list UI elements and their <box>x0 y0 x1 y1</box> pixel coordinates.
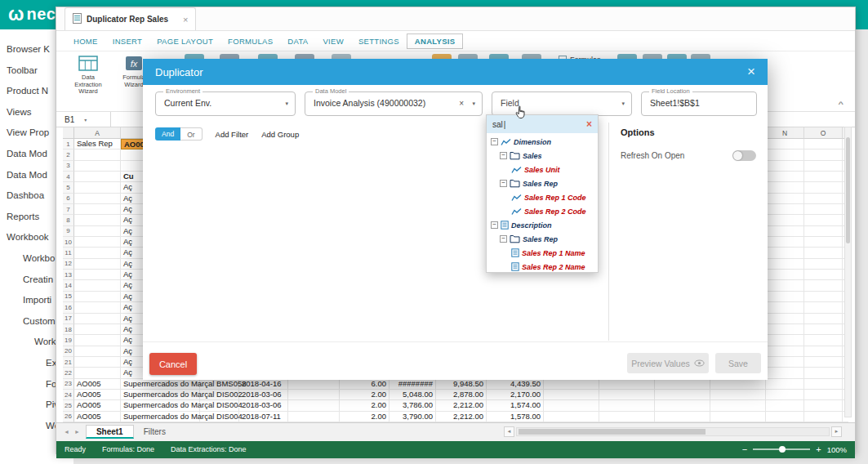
cell-B26[interactable]: Supermercados do Marçal DIS004 <box>121 412 200 422</box>
cell-M23[interactable] <box>710 379 766 390</box>
cell-M24[interactable] <box>710 390 766 400</box>
row-number[interactable]: 6 <box>63 194 74 204</box>
cell-A14[interactable] <box>74 280 121 291</box>
cell-N19[interactable] <box>766 335 804 346</box>
sheet-tab-sheet1[interactable]: Sheet1 <box>86 425 134 439</box>
select-all-corner[interactable] <box>63 127 74 139</box>
cell-N25[interactable] <box>766 400 804 411</box>
cell-O15[interactable] <box>804 292 843 302</box>
scrollbar-thumb[interactable] <box>519 429 706 435</box>
field-select[interactable]: Field ▾ <box>492 91 632 116</box>
cell-N17[interactable] <box>766 314 804 324</box>
data-model-select[interactable]: Data Model Invoice Analysis (490000032) … <box>305 91 483 116</box>
cell-A11[interactable] <box>74 248 121 258</box>
cell-H25[interactable]: 2,212.00 <box>436 400 487 411</box>
collapse-node-icon[interactable]: − <box>500 235 507 243</box>
cell-K24[interactable] <box>599 390 655 400</box>
cell-O21[interactable] <box>804 357 843 368</box>
cell-B25[interactable]: Supermercados do Marçal DIS004 <box>121 400 200 411</box>
cell-O10[interactable] <box>804 237 843 248</box>
cell-D26[interactable]: 2018-07-11 <box>239 412 288 422</box>
cell-O6[interactable] <box>804 194 843 204</box>
collapse-node-icon[interactable]: − <box>491 138 498 145</box>
cell-A8[interactable] <box>74 215 121 225</box>
ribbon-tab-settings[interactable]: SETTINGS <box>351 34 407 48</box>
cell-O11[interactable] <box>804 248 843 258</box>
sheet-nav-right-icon[interactable]: ► <box>72 429 82 435</box>
ribbon-tab-data[interactable]: DATA <box>280 34 315 48</box>
tree-item[interactable]: Sales Rep 1 Name <box>487 246 598 260</box>
scrollbar-thumb[interactable] <box>846 137 850 243</box>
cell-A13[interactable] <box>74 270 121 280</box>
cell-H26[interactable]: 2,212.00 <box>436 412 487 422</box>
collapse-node-icon[interactable]: − <box>500 180 507 187</box>
cell-A21[interactable] <box>74 357 121 368</box>
cell-F25[interactable]: 2.00 <box>340 400 389 411</box>
column-header-A[interactable]: A <box>74 127 121 139</box>
cell-O24[interactable] <box>804 390 843 400</box>
cell-A23[interactable]: AO005 <box>74 379 121 390</box>
chevron-down-icon[interactable]: ▾ <box>621 92 625 114</box>
cell-O23[interactable] <box>804 379 843 390</box>
cell-O19[interactable] <box>804 335 843 346</box>
cell-A20[interactable] <box>74 346 121 357</box>
cell-N24[interactable] <box>766 390 804 400</box>
row-number[interactable]: 18 <box>63 324 74 335</box>
ribbon-tab-analysis[interactable]: ANALYSIS <box>407 33 464 49</box>
cell-A10[interactable] <box>74 237 121 248</box>
cell-J26[interactable] <box>544 412 599 422</box>
document-tab[interactable]: Duplicator Rep Sales × <box>65 7 196 30</box>
row-number[interactable]: 12 <box>63 259 74 270</box>
cell-O2[interactable] <box>804 149 843 160</box>
preview-values-button[interactable]: Preview Values <box>627 353 709 373</box>
column-header-N[interactable]: N <box>766 127 804 139</box>
scroll-right-icon[interactable]: ► <box>831 426 842 437</box>
add-filter-button[interactable]: Add Filter <box>216 130 249 139</box>
cell-O18[interactable] <box>804 324 843 335</box>
row-number[interactable]: 15 <box>63 292 74 302</box>
row-number[interactable]: 10 <box>63 237 74 248</box>
cell-N21[interactable] <box>766 357 804 368</box>
tree-item[interactable]: Sales Rep 2 Name <box>487 260 598 274</box>
cell-O25[interactable] <box>804 400 843 411</box>
cell-N15[interactable] <box>766 292 804 302</box>
cell-A22[interactable] <box>74 368 121 378</box>
refresh-on-open-toggle[interactable] <box>732 150 756 161</box>
cell-I25[interactable]: 1,574.00 <box>487 400 544 411</box>
and-toggle[interactable]: And <box>155 127 180 141</box>
row-number[interactable]: 2 <box>63 149 74 160</box>
zoom-out-icon[interactable]: − <box>742 444 747 454</box>
cell-N11[interactable] <box>766 248 804 258</box>
row-number[interactable]: 21 <box>63 357 74 368</box>
data-extraction-wizard-button[interactable]: DataExtractionWizard <box>68 56 109 96</box>
row-number[interactable]: 22 <box>63 368 74 378</box>
row-number[interactable]: 25 <box>63 400 74 411</box>
cell-K23[interactable] <box>599 379 655 390</box>
cell-B24[interactable]: Supermercados do Marçal DIS002 <box>121 390 200 400</box>
cell-I23[interactable]: 4,439.50 <box>487 379 544 390</box>
cell-F23[interactable]: 6.00 <box>340 379 389 390</box>
cell-N5[interactable] <box>766 182 804 193</box>
chevron-down-icon[interactable]: ▾ <box>84 117 87 123</box>
cell-N1[interactable] <box>766 139 804 149</box>
cell-A25[interactable]: AO005 <box>74 400 121 411</box>
cell-name-box[interactable]: B1 ▾ <box>56 112 111 127</box>
cell-N7[interactable] <box>766 204 804 215</box>
ribbon-tab-formulas[interactable]: FORMULAS <box>220 34 280 48</box>
row-number[interactable]: 24 <box>63 390 74 400</box>
row-number[interactable]: 1 <box>63 139 74 149</box>
cell-H24[interactable]: 2,878.00 <box>436 390 487 400</box>
cell-A1[interactable]: Sales Rep <box>74 139 121 149</box>
cell-J23[interactable] <box>544 379 599 390</box>
cell-I24[interactable]: 2,170.00 <box>487 390 544 400</box>
cell-H23[interactable]: 9,948.50 <box>436 379 487 390</box>
cell-O26[interactable] <box>804 412 843 422</box>
cancel-button[interactable]: Cancel <box>149 353 197 375</box>
horizontal-scrollbar[interactable]: ◄ ► <box>504 426 842 437</box>
clear-search-icon[interactable]: × <box>586 118 592 130</box>
cell-E25[interactable] <box>288 400 340 411</box>
sheet-nav-left-icon[interactable]: ◄ <box>61 429 72 435</box>
cell-N12[interactable] <box>766 259 804 270</box>
row-number[interactable]: 17 <box>63 314 74 324</box>
cell-O9[interactable] <box>804 226 843 237</box>
